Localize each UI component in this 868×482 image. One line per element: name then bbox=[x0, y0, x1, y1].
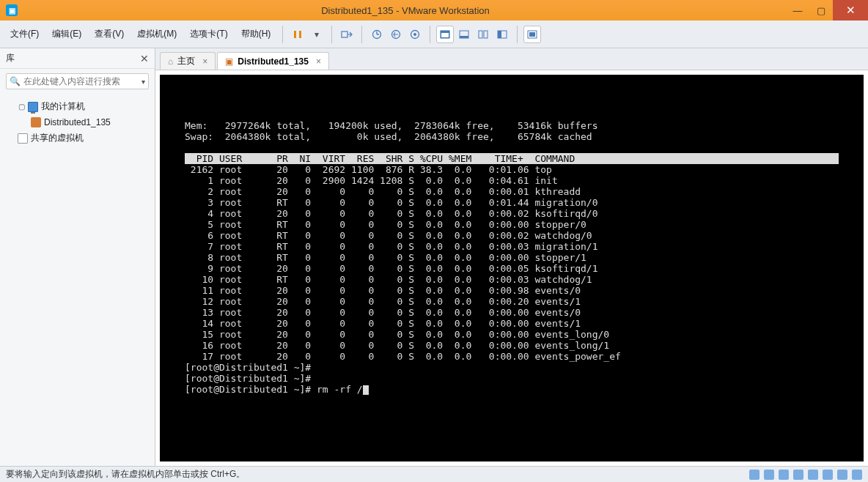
svg-rect-11 bbox=[479, 31, 482, 38]
shared-icon bbox=[18, 133, 28, 144]
tab-home[interactable]: ⌂ 主页 × bbox=[160, 52, 216, 70]
status-device-icons bbox=[749, 470, 862, 480]
snapshot-manage-icon[interactable] bbox=[406, 26, 424, 43]
svg-point-6 bbox=[413, 33, 416, 36]
tree-my-computer[interactable]: ▢ 我的计算机 bbox=[3, 98, 152, 115]
view-thumbnail-icon[interactable] bbox=[455, 26, 473, 43]
home-icon: ⌂ bbox=[168, 56, 173, 67]
device-icon[interactable] bbox=[852, 470, 862, 480]
svg-rect-8 bbox=[441, 33, 449, 37]
device-icon[interactable] bbox=[837, 470, 847, 480]
tree-vm-node[interactable]: Distributed1_135 bbox=[3, 115, 152, 130]
device-icon[interactable] bbox=[779, 470, 789, 480]
view-console-icon[interactable] bbox=[436, 26, 454, 43]
tab-bar: ⌂ 主页 × ▣ Distributed1_135 × bbox=[155, 48, 868, 70]
menu-vm[interactable]: 虚拟机(M) bbox=[131, 25, 183, 43]
device-icon[interactable] bbox=[749, 470, 760, 480]
window-controls: — ▢ ✕ bbox=[786, 0, 868, 21]
search-input[interactable] bbox=[23, 76, 141, 86]
svg-rect-0 bbox=[294, 31, 296, 38]
svg-rect-2 bbox=[342, 31, 347, 37]
tab-vm[interactable]: ▣ Distributed1_135 × bbox=[217, 52, 329, 70]
search-icon: 🔍 bbox=[10, 76, 21, 86]
view-multiple-icon[interactable] bbox=[474, 26, 492, 43]
tree-label: 我的计算机 bbox=[41, 100, 85, 113]
svg-rect-16 bbox=[529, 32, 535, 37]
separator bbox=[430, 26, 430, 43]
separator bbox=[361, 26, 362, 43]
library-tree: ▢ 我的计算机 Distributed1_135 共享的虚拟机 bbox=[0, 94, 155, 151]
svg-rect-10 bbox=[460, 36, 468, 38]
svg-rect-1 bbox=[299, 31, 301, 38]
computer-icon bbox=[28, 102, 38, 112]
window-titlebar: ▣ Distributed1_135 - VMware Workstation … bbox=[0, 0, 868, 21]
view-unity-icon[interactable] bbox=[493, 26, 511, 43]
vm-icon: ▣ bbox=[225, 56, 233, 67]
tab-close-icon[interactable]: × bbox=[316, 56, 321, 67]
tree-shared-vms[interactable]: 共享的虚拟机 bbox=[3, 130, 152, 147]
snapshot-take-icon[interactable] bbox=[368, 26, 386, 43]
tree-label: Distributed1_135 bbox=[44, 117, 111, 127]
search-dropdown-icon[interactable]: ▾ bbox=[141, 78, 145, 86]
tree-toggle-icon[interactable]: ▢ bbox=[18, 103, 25, 111]
window-minimize-button[interactable]: — bbox=[786, 0, 809, 21]
svg-rect-14 bbox=[498, 31, 501, 38]
status-bar: 要将输入定向到该虚拟机，请在虚拟机内部单击或按 Ctrl+G。 bbox=[0, 466, 868, 482]
app-icon: ▣ bbox=[6, 4, 18, 16]
library-header: 库 ✕ bbox=[0, 48, 155, 69]
svg-rect-12 bbox=[484, 31, 488, 38]
window-close-button[interactable]: ✕ bbox=[833, 0, 868, 21]
snapshot-revert-icon[interactable] bbox=[387, 26, 405, 43]
menu-file[interactable]: 文件(F) bbox=[4, 25, 45, 43]
device-icon[interactable] bbox=[764, 470, 774, 480]
menu-bar: 文件(F) 编辑(E) 查看(V) 虚拟机(M) 选项卡(T) 帮助(H) ▾ bbox=[0, 21, 868, 48]
menu-edit[interactable]: 编辑(E) bbox=[46, 25, 87, 43]
separator bbox=[282, 26, 283, 43]
device-icon[interactable] bbox=[793, 470, 803, 480]
pause-icon[interactable] bbox=[289, 26, 306, 43]
menu-help[interactable]: 帮助(H) bbox=[235, 25, 277, 43]
vm-console-frame: Mem: 2977264k total, 194200k used, 27830… bbox=[155, 70, 868, 466]
dropdown-icon[interactable]: ▾ bbox=[308, 26, 326, 43]
library-search[interactable]: 🔍 ▾ bbox=[6, 73, 149, 89]
menu-tabs[interactable]: 选项卡(T) bbox=[184, 25, 233, 43]
send-icon[interactable] bbox=[338, 26, 356, 43]
tab-label: 主页 bbox=[177, 55, 195, 67]
main-area: ⌂ 主页 × ▣ Distributed1_135 × Mem: 2977264… bbox=[155, 48, 868, 466]
window-maximize-button[interactable]: ▢ bbox=[809, 0, 833, 21]
library-close-button[interactable]: ✕ bbox=[140, 53, 149, 64]
vm-icon bbox=[31, 117, 41, 127]
menu-view[interactable]: 查看(V) bbox=[89, 25, 130, 43]
device-icon[interactable] bbox=[823, 470, 833, 480]
tab-label: Distributed1_135 bbox=[238, 56, 309, 67]
fullscreen-icon[interactable] bbox=[523, 26, 541, 43]
vm-console[interactable]: Mem: 2977264k total, 194200k used, 27830… bbox=[160, 75, 864, 461]
tree-label: 共享的虚拟机 bbox=[31, 132, 84, 144]
separator bbox=[331, 26, 332, 43]
window-title: Distributed1_135 - VMware Workstation bbox=[25, 5, 786, 16]
device-icon[interactable] bbox=[808, 470, 818, 480]
status-text: 要将输入定向到该虚拟机，请在虚拟机内部单击或按 Ctrl+G。 bbox=[6, 468, 245, 481]
tab-close-icon[interactable]: × bbox=[202, 56, 207, 67]
separator bbox=[517, 26, 518, 43]
library-sidebar: 库 ✕ 🔍 ▾ ▢ 我的计算机 Distributed1_135 共享的虚拟机 bbox=[0, 48, 155, 466]
library-title: 库 bbox=[6, 52, 15, 64]
